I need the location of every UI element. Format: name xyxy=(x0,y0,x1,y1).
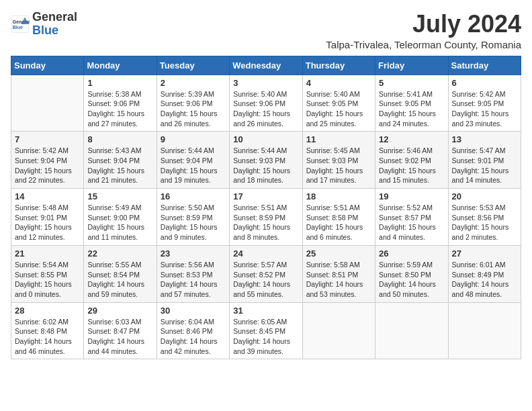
day-info: Sunrise: 6:04 AM Sunset: 8:46 PM Dayligh… xyxy=(161,317,226,357)
calendar-day-cell: 10Sunrise: 5:44 AM Sunset: 9:03 PM Dayli… xyxy=(230,132,302,189)
day-of-week-header: Monday xyxy=(84,56,157,75)
logo: General Blue General Blue xyxy=(11,11,77,38)
calendar-day-cell: 4Sunrise: 5:40 AM Sunset: 9:05 PM Daylig… xyxy=(302,75,375,132)
calendar-day-cell: 16Sunrise: 5:50 AM Sunset: 8:59 PM Dayli… xyxy=(157,189,229,246)
calendar-day-cell: 27Sunrise: 6:01 AM Sunset: 8:49 PM Dayli… xyxy=(448,245,521,302)
day-number: 29 xyxy=(87,306,152,316)
day-number: 13 xyxy=(452,134,517,144)
day-number: 14 xyxy=(15,191,80,201)
calendar-day-cell: 25Sunrise: 5:58 AM Sunset: 8:51 PM Dayli… xyxy=(302,245,375,302)
calendar-header-row: SundayMondayTuesdayWednesdayThursdayFrid… xyxy=(11,56,521,75)
calendar-table: SundayMondayTuesdayWednesdayThursdayFrid… xyxy=(11,56,521,360)
logo-icon: General Blue xyxy=(11,15,30,34)
day-info: Sunrise: 5:53 AM Sunset: 8:56 PM Dayligh… xyxy=(452,203,517,242)
day-info: Sunrise: 5:49 AM Sunset: 9:00 PM Dayligh… xyxy=(87,203,152,242)
day-info: Sunrise: 5:58 AM Sunset: 8:51 PM Dayligh… xyxy=(306,260,371,300)
calendar-week-row: 7Sunrise: 5:42 AM Sunset: 9:04 PM Daylig… xyxy=(11,132,521,189)
day-number: 23 xyxy=(161,248,226,259)
svg-text:Blue: Blue xyxy=(13,25,23,30)
calendar-day-cell: 18Sunrise: 5:51 AM Sunset: 8:58 PM Dayli… xyxy=(302,189,375,246)
day-info: Sunrise: 5:42 AM Sunset: 9:05 PM Dayligh… xyxy=(452,89,517,129)
calendar-day-cell: 31Sunrise: 6:05 AM Sunset: 8:45 PM Dayli… xyxy=(230,302,302,359)
day-info: Sunrise: 5:52 AM Sunset: 8:57 PM Dayligh… xyxy=(379,203,444,242)
calendar-day-cell: 2Sunrise: 5:39 AM Sunset: 9:06 PM Daylig… xyxy=(157,75,229,132)
day-info: Sunrise: 5:46 AM Sunset: 9:02 PM Dayligh… xyxy=(379,146,444,185)
day-number: 30 xyxy=(161,306,226,316)
day-info: Sunrise: 5:48 AM Sunset: 9:01 PM Dayligh… xyxy=(15,203,80,242)
day-info: Sunrise: 6:02 AM Sunset: 8:48 PM Dayligh… xyxy=(15,317,80,357)
day-number: 16 xyxy=(161,191,226,201)
day-info: Sunrise: 5:41 AM Sunset: 9:05 PM Dayligh… xyxy=(379,89,444,129)
calendar-day-cell: 6Sunrise: 5:42 AM Sunset: 9:05 PM Daylig… xyxy=(448,75,521,132)
month-year-title: July 2024 xyxy=(326,11,521,38)
day-number: 6 xyxy=(452,78,517,88)
calendar-week-row: 1Sunrise: 5:38 AM Sunset: 9:06 PM Daylig… xyxy=(11,75,521,132)
calendar-day-cell: 7Sunrise: 5:42 AM Sunset: 9:04 PM Daylig… xyxy=(11,132,84,189)
calendar-day-cell xyxy=(375,302,448,359)
calendar-day-cell: 30Sunrise: 6:04 AM Sunset: 8:46 PM Dayli… xyxy=(157,302,229,359)
day-number: 21 xyxy=(15,248,80,259)
calendar-day-cell: 11Sunrise: 5:45 AM Sunset: 9:03 PM Dayli… xyxy=(302,132,375,189)
calendar-day-cell: 8Sunrise: 5:43 AM Sunset: 9:04 PM Daylig… xyxy=(84,132,157,189)
calendar-day-cell: 3Sunrise: 5:40 AM Sunset: 9:06 PM Daylig… xyxy=(230,75,302,132)
day-info: Sunrise: 6:03 AM Sunset: 8:47 PM Dayligh… xyxy=(87,317,152,357)
day-number: 2 xyxy=(161,78,226,88)
day-number: 25 xyxy=(306,248,371,259)
day-info: Sunrise: 5:54 AM Sunset: 8:55 PM Dayligh… xyxy=(15,260,80,300)
day-of-week-header: Saturday xyxy=(448,56,521,75)
day-number: 28 xyxy=(15,306,80,316)
day-info: Sunrise: 5:51 AM Sunset: 8:59 PM Dayligh… xyxy=(233,203,298,242)
day-number: 27 xyxy=(452,248,517,259)
day-info: Sunrise: 5:40 AM Sunset: 9:05 PM Dayligh… xyxy=(306,89,371,129)
day-info: Sunrise: 5:45 AM Sunset: 9:03 PM Dayligh… xyxy=(306,146,371,185)
calendar-day-cell: 23Sunrise: 5:56 AM Sunset: 8:53 PM Dayli… xyxy=(157,245,229,302)
calendar-day-cell: 1Sunrise: 5:38 AM Sunset: 9:06 PM Daylig… xyxy=(84,75,157,132)
calendar-week-row: 28Sunrise: 6:02 AM Sunset: 8:48 PM Dayli… xyxy=(11,302,521,359)
day-of-week-header: Tuesday xyxy=(157,56,229,75)
day-number: 31 xyxy=(233,306,298,316)
calendar-day-cell: 20Sunrise: 5:53 AM Sunset: 8:56 PM Dayli… xyxy=(448,189,521,246)
calendar-title-area: July 2024 Talpa-Trivalea, Teleorman Coun… xyxy=(326,11,521,50)
calendar-day-cell: 24Sunrise: 5:57 AM Sunset: 8:52 PM Dayli… xyxy=(230,245,302,302)
page-header: General Blue General Blue July 2024 Talp… xyxy=(11,11,521,50)
calendar-day-cell: 22Sunrise: 5:55 AM Sunset: 8:54 PM Dayli… xyxy=(84,245,157,302)
day-number: 24 xyxy=(233,248,298,259)
day-number: 12 xyxy=(379,134,444,144)
day-info: Sunrise: 5:59 AM Sunset: 8:50 PM Dayligh… xyxy=(379,260,444,300)
day-number: 3 xyxy=(233,78,298,88)
day-info: Sunrise: 5:39 AM Sunset: 9:06 PM Dayligh… xyxy=(161,89,226,129)
day-info: Sunrise: 5:47 AM Sunset: 9:01 PM Dayligh… xyxy=(452,146,517,185)
day-info: Sunrise: 6:01 AM Sunset: 8:49 PM Dayligh… xyxy=(452,260,517,300)
day-info: Sunrise: 5:44 AM Sunset: 9:04 PM Dayligh… xyxy=(161,146,226,185)
day-info: Sunrise: 5:38 AM Sunset: 9:06 PM Dayligh… xyxy=(87,89,152,129)
day-info: Sunrise: 5:50 AM Sunset: 8:59 PM Dayligh… xyxy=(161,203,226,242)
calendar-day-cell xyxy=(11,75,84,132)
day-info: Sunrise: 5:51 AM Sunset: 8:58 PM Dayligh… xyxy=(306,203,371,242)
calendar-day-cell: 26Sunrise: 5:59 AM Sunset: 8:50 PM Dayli… xyxy=(375,245,448,302)
calendar-day-cell xyxy=(302,302,375,359)
calendar-day-cell: 29Sunrise: 6:03 AM Sunset: 8:47 PM Dayli… xyxy=(84,302,157,359)
logo-general-text: General xyxy=(32,11,77,24)
day-info: Sunrise: 5:56 AM Sunset: 8:53 PM Dayligh… xyxy=(161,260,226,300)
day-info: Sunrise: 5:43 AM Sunset: 9:04 PM Dayligh… xyxy=(87,146,152,185)
calendar-day-cell: 13Sunrise: 5:47 AM Sunset: 9:01 PM Dayli… xyxy=(448,132,521,189)
calendar-day-cell: 12Sunrise: 5:46 AM Sunset: 9:02 PM Dayli… xyxy=(375,132,448,189)
day-number: 10 xyxy=(233,134,298,144)
location-subtitle: Talpa-Trivalea, Teleorman County, Romani… xyxy=(326,39,521,50)
calendar-day-cell xyxy=(448,302,521,359)
day-info: Sunrise: 6:05 AM Sunset: 8:45 PM Dayligh… xyxy=(233,317,298,357)
day-info: Sunrise: 5:40 AM Sunset: 9:06 PM Dayligh… xyxy=(233,89,298,129)
calendar-day-cell: 21Sunrise: 5:54 AM Sunset: 8:55 PM Dayli… xyxy=(11,245,84,302)
day-number: 7 xyxy=(15,134,80,144)
day-number: 22 xyxy=(87,248,152,259)
day-of-week-header: Sunday xyxy=(11,56,84,75)
calendar-day-cell: 14Sunrise: 5:48 AM Sunset: 9:01 PM Dayli… xyxy=(11,189,84,246)
day-of-week-header: Wednesday xyxy=(230,56,302,75)
day-number: 26 xyxy=(379,248,444,259)
day-number: 4 xyxy=(306,78,371,88)
day-number: 1 xyxy=(87,78,152,88)
calendar-week-row: 14Sunrise: 5:48 AM Sunset: 9:01 PM Dayli… xyxy=(11,189,521,246)
day-number: 20 xyxy=(452,191,517,201)
day-of-week-header: Friday xyxy=(375,56,448,75)
calendar-day-cell: 28Sunrise: 6:02 AM Sunset: 8:48 PM Dayli… xyxy=(11,302,84,359)
